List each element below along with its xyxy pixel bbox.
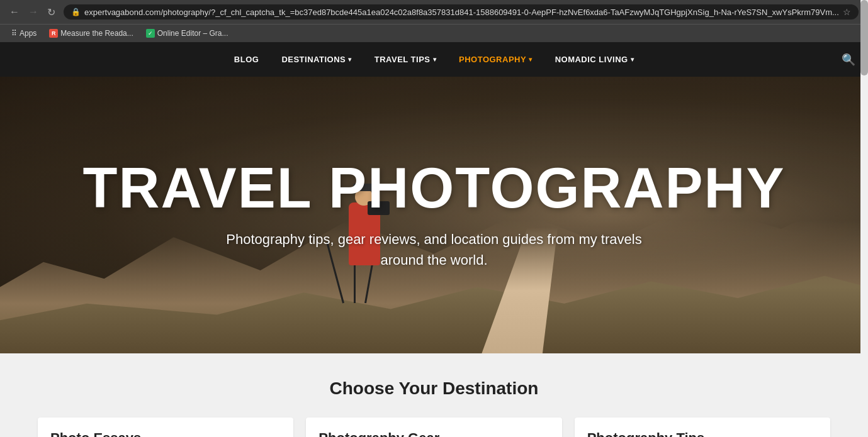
apps-bookmark[interactable]: ⠿ Apps (6, 27, 42, 40)
chevron-down-icon-nomadic-living: ▾ (631, 56, 634, 63)
content-section: Choose Your Destination Photo Essays Pho… (0, 353, 868, 437)
card-title-photography-gear: Photography Gear (318, 430, 549, 437)
bookmark-item-2[interactable]: ✓ Online Editor – Gra... (141, 27, 234, 40)
reload-button[interactable]: ↻ (44, 5, 59, 19)
bookmark-favicon-2: ✓ (146, 29, 155, 38)
card-photo-essays[interactable]: Photo Essays (38, 418, 293, 437)
nav-label-nomadic-living: NOMADIC LIVING (555, 55, 628, 64)
card-header-photography-gear: Photography Gear (306, 418, 561, 437)
nav-buttons: ← → ↻ (6, 5, 59, 19)
hero-subtitle: Photography tips, gear reviews, and loca… (214, 229, 655, 270)
address-text: expertvagabond.com/photography/?_cf_chl_… (84, 8, 839, 17)
apps-grid-icon: ⠿ (11, 29, 17, 38)
search-icon[interactable]: 🔍 (842, 53, 855, 67)
chevron-down-icon-destinations: ▾ (348, 56, 352, 63)
back-button[interactable]: ← (6, 5, 23, 19)
bookmark-favicon-1: R (49, 29, 58, 38)
hero-section: TRAVEL PHOTOGRAPHY Photography tips, gea… (0, 77, 868, 353)
scrollbar[interactable] (860, 0, 868, 437)
card-header-photo-essays: Photo Essays (38, 418, 293, 437)
nav-label-destinations: DESTINATIONS (281, 55, 346, 64)
nav-label-blog: BLOG (234, 55, 259, 64)
nav-link-destinations[interactable]: DESTINATIONS ▾ (270, 42, 363, 77)
scrollbar-thumb[interactable] (860, 0, 868, 75)
bookmark-item-1[interactable]: R Measure the Reada... (44, 27, 138, 40)
main-nav: BLOG DESTINATIONS ▾ TRAVEL TIPS ▾ PHOTOG… (0, 42, 868, 77)
forward-button[interactable]: → (25, 5, 42, 19)
star-icon[interactable]: ☆ (843, 7, 851, 17)
bookmark-label-2: Online Editor – Gra... (157, 29, 228, 38)
hero-title: TRAVEL PHOTOGRAPHY (82, 160, 785, 216)
nav-links: BLOG DESTINATIONS ▾ TRAVEL TIPS ▾ PHOTOG… (223, 42, 645, 77)
address-bar[interactable]: 🔒 expertvagabond.com/photography/?_cf_ch… (64, 4, 859, 19)
card-header-photography-tips: Photography Tips (575, 418, 830, 437)
apps-label: Apps (20, 29, 37, 38)
section-title: Choose Your Destination (38, 379, 830, 399)
card-photography-gear[interactable]: Photography Gear (306, 418, 561, 437)
bookmark-label-1: Measure the Reada... (60, 29, 133, 38)
nav-link-blog[interactable]: BLOG (223, 42, 271, 77)
nav-link-photography[interactable]: PHOTOGRAPHY ▾ (448, 42, 544, 77)
card-title-photography-tips: Photography Tips (587, 430, 818, 437)
cards-grid: Photo Essays Photography Gear (38, 418, 830, 437)
browser-toolbar: ← → ↻ 🔒 expertvagabond.com/photography/?… (0, 0, 868, 24)
nav-label-travel-tips: TRAVEL TIPS (375, 55, 431, 64)
chevron-down-icon-travel-tips: ▾ (433, 56, 437, 63)
nav-link-travel-tips[interactable]: TRAVEL TIPS ▾ (363, 42, 448, 77)
card-photography-tips[interactable]: Photography Tips (575, 418, 830, 437)
lock-icon: 🔒 (71, 8, 81, 16)
browser-chrome: ← → ↻ 🔒 expertvagabond.com/photography/?… (0, 0, 868, 42)
nav-label-photography: PHOTOGRAPHY (459, 55, 526, 64)
hero-content: TRAVEL PHOTOGRAPHY Photography tips, gea… (0, 77, 868, 353)
chevron-down-icon-photography: ▾ (529, 56, 533, 63)
nav-link-nomadic-living[interactable]: NOMADIC LIVING ▾ (544, 42, 646, 77)
card-title-photo-essays: Photo Essays (50, 430, 281, 437)
website: BLOG DESTINATIONS ▾ TRAVEL TIPS ▾ PHOTOG… (0, 42, 868, 437)
bookmarks-bar: ⠿ Apps R Measure the Reada... ✓ Online E… (0, 24, 868, 42)
